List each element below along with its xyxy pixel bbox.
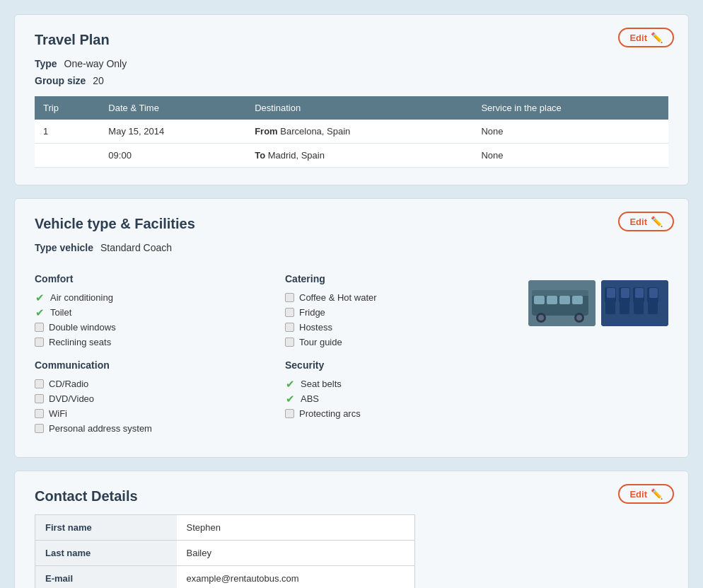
vehicle-facilities-edit-button[interactable]: Edit ✏️ <box>618 212 674 231</box>
list-item: DVD/Video <box>35 391 264 406</box>
list-item: WiFi <box>35 406 264 421</box>
destination-prefix: To <box>255 150 265 161</box>
edit-label: Edit <box>629 489 647 500</box>
trips-table: Trip Date & Time Destination Service in … <box>35 96 668 168</box>
item-label: Protecting arcs <box>299 408 361 419</box>
contact-details-card: Contact Details Edit ✏️ First name Steph… <box>14 471 689 588</box>
col-datetime: Date & Time <box>100 96 246 120</box>
trip-destination: To Madrid, Spain <box>246 144 472 168</box>
svg-rect-21 <box>621 288 629 298</box>
col-destination: Destination <box>246 96 472 120</box>
pencil-icon: ✏️ <box>651 32 663 43</box>
facilities-left: Comfort ✔ Air conditioning ✔ Toilet Dou <box>35 263 264 440</box>
type-value: One-way Only <box>64 58 127 69</box>
svg-rect-17 <box>634 301 644 314</box>
destination-prefix: From <box>255 126 278 137</box>
list-item: Protecting arcs <box>285 406 514 421</box>
list-item: ✔ ABS <box>285 391 514 406</box>
list-item: Coffee & Hot water <box>285 290 514 305</box>
svg-rect-5 <box>572 296 583 304</box>
check-icon-unchecked <box>35 323 44 332</box>
comfort-list: ✔ Air conditioning ✔ Toilet Double windo… <box>35 290 264 350</box>
facilities-columns: Comfort ✔ Air conditioning ✔ Toilet Dou <box>35 259 514 440</box>
field-label: First name <box>35 515 177 541</box>
check-icon-unchecked <box>35 379 44 388</box>
col-service: Service in the place <box>472 96 668 120</box>
trip-number: 1 <box>35 120 100 144</box>
item-label: Tour guide <box>299 337 342 347</box>
svg-point-7 <box>538 315 544 321</box>
item-label: Double windows <box>49 322 116 333</box>
trip-number <box>35 144 100 168</box>
check-icon-unchecked <box>285 338 294 347</box>
field-label: E-mail <box>35 566 177 589</box>
item-label: Air conditioning <box>50 292 113 303</box>
catering-label: Catering <box>285 273 514 284</box>
svg-rect-4 <box>559 296 570 304</box>
catering-list: Coffee & Hot water Fridge Hostess T <box>285 290 514 350</box>
check-icon-unchecked <box>285 293 294 302</box>
vehicle-images <box>528 280 668 326</box>
trip-service: None <box>472 144 668 168</box>
item-label: Personal address system <box>49 423 152 434</box>
comfort-label: Comfort <box>35 273 264 284</box>
check-icon-unchecked <box>35 338 44 347</box>
check-icon-unchecked <box>285 308 294 317</box>
check-icon-unchecked <box>35 409 44 418</box>
trip-service: None <box>472 120 668 144</box>
item-label: Reclining seats <box>49 337 111 347</box>
table-row: E-mail example@rentautobus.com <box>35 566 415 589</box>
facilities-right: Catering Coffee & Hot water Fridge Ho <box>285 263 514 440</box>
list-item: Fridge <box>285 305 514 320</box>
list-item: Personal address system <box>35 421 264 436</box>
check-icon-unchecked <box>35 424 44 433</box>
trip-datetime: May 15, 2014 <box>100 120 246 144</box>
item-label: CD/Radio <box>49 379 88 389</box>
table-row: First name Stephen <box>35 515 415 541</box>
travel-plan-edit-button[interactable]: Edit ✏️ <box>618 28 674 47</box>
svg-rect-3 <box>547 296 557 304</box>
check-icon-unchecked <box>35 394 44 403</box>
type-vehicle-value: Standard Coach <box>100 242 172 253</box>
type-vehicle-label: Type vehicle <box>35 242 93 253</box>
item-label: ABS <box>301 393 319 404</box>
item-label: Toilet <box>50 307 71 318</box>
contact-details-title: Contact Details <box>35 488 668 505</box>
travel-plan-title: Travel Plan <box>35 32 668 48</box>
svg-rect-10 <box>532 290 588 296</box>
field-value: example@rentautobus.com <box>177 566 415 589</box>
trip-destination: From Barcelona, Spain <box>246 120 472 144</box>
type-row: Type One-way Only <box>35 58 668 69</box>
type-vehicle-row: Type vehicle Standard Coach <box>35 242 668 253</box>
field-value: Stephen <box>177 515 415 541</box>
facilities-layout: Comfort ✔ Air conditioning ✔ Toilet Dou <box>35 263 514 440</box>
item-label: Fridge <box>299 307 325 318</box>
list-item: Reclining seats <box>35 335 264 350</box>
type-label: Type <box>35 58 57 69</box>
travel-plan-card: Travel Plan Edit ✏️ Type One-way Only Gr… <box>14 14 689 185</box>
field-value: Bailey <box>177 541 415 566</box>
svg-rect-15 <box>620 301 629 314</box>
list-item: Tour guide <box>285 335 514 350</box>
field-label: Last name <box>35 541 177 566</box>
svg-rect-20 <box>607 288 615 298</box>
svg-rect-23 <box>649 288 658 298</box>
destination-value: Madrid, Spain <box>268 150 325 161</box>
svg-point-9 <box>576 315 582 321</box>
contact-details-edit-button[interactable]: Edit ✏️ <box>618 484 674 504</box>
trip-datetime: 09:00 <box>100 144 246 168</box>
pencil-icon: ✏️ <box>651 216 663 227</box>
list-item: CD/Radio <box>35 376 264 391</box>
pencil-icon: ✏️ <box>651 488 663 500</box>
check-icon-checked: ✔ <box>35 307 45 318</box>
security-label: Security <box>285 359 514 371</box>
check-icon-checked: ✔ <box>285 379 296 389</box>
list-item: ✔ Air conditioning <box>35 290 264 305</box>
security-list: ✔ Seat belts ✔ ABS Protecting arcs <box>285 376 514 421</box>
group-size-label: Group size <box>35 75 86 86</box>
group-size-value: 20 <box>93 75 104 86</box>
contact-table: First name Stephen Last name Bailey E-ma… <box>35 514 415 588</box>
item-label: Coffee & Hot water <box>299 292 377 303</box>
item-label: Seat belts <box>301 379 342 389</box>
communication-label: Communication <box>35 359 264 371</box>
